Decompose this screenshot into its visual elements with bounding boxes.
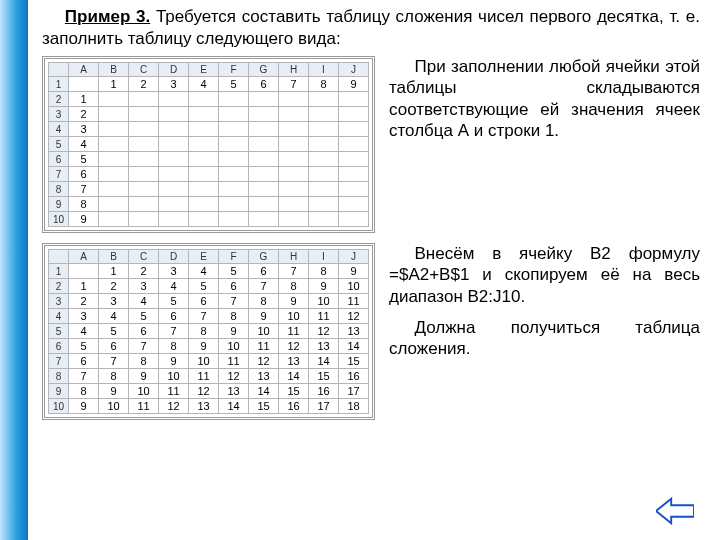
cell [159, 152, 189, 167]
cell: 6 [69, 354, 99, 369]
cell: 7 [69, 182, 99, 197]
cell [129, 92, 159, 107]
cell [159, 167, 189, 182]
cell [339, 137, 369, 152]
cell [309, 92, 339, 107]
svg-marker-0 [656, 499, 694, 524]
spreadsheet-filled: ABCDEFGHIJ112345678921234567891032345678… [42, 243, 375, 420]
row-header: 8 [49, 182, 69, 197]
column-header: J [339, 63, 369, 77]
cell: 11 [129, 399, 159, 414]
cell [219, 152, 249, 167]
cell: 5 [219, 77, 249, 92]
cell [249, 167, 279, 182]
cell: 1 [99, 264, 129, 279]
row-header: 3 [49, 294, 69, 309]
cell: 5 [219, 264, 249, 279]
cell: 5 [69, 152, 99, 167]
cell: 14 [219, 399, 249, 414]
cell [219, 122, 249, 137]
cell: 13 [219, 384, 249, 399]
column-header: D [159, 250, 189, 264]
cell: 10 [339, 279, 369, 294]
cell: 10 [279, 309, 309, 324]
cell: 11 [189, 369, 219, 384]
cell [129, 167, 159, 182]
column-header: I [309, 63, 339, 77]
column-header: B [99, 250, 129, 264]
cell: 7 [129, 339, 159, 354]
cell [249, 197, 279, 212]
cell: 7 [279, 264, 309, 279]
cell: 11 [279, 324, 309, 339]
cell: 8 [309, 77, 339, 92]
cell: 9 [99, 384, 129, 399]
column-header: B [99, 63, 129, 77]
cell: 1 [69, 279, 99, 294]
row-header: 4 [49, 309, 69, 324]
cell: 4 [99, 309, 129, 324]
cell: 3 [159, 264, 189, 279]
cell [279, 122, 309, 137]
cell [159, 107, 189, 122]
cell [189, 152, 219, 167]
cell [249, 212, 279, 227]
cell: 8 [69, 384, 99, 399]
cell: 15 [339, 354, 369, 369]
cell: 7 [69, 369, 99, 384]
cell: 8 [219, 309, 249, 324]
cell [129, 212, 159, 227]
cell: 12 [249, 354, 279, 369]
row-header: 6 [49, 152, 69, 167]
row-header: 7 [49, 167, 69, 182]
cell: 2 [69, 294, 99, 309]
cell: 8 [69, 197, 99, 212]
row-header: 1 [49, 264, 69, 279]
cell: 6 [69, 167, 99, 182]
cell: 13 [309, 339, 339, 354]
cell: 14 [339, 339, 369, 354]
cell: 12 [309, 324, 339, 339]
cell [99, 182, 129, 197]
cell: 16 [339, 369, 369, 384]
cell: 4 [69, 324, 99, 339]
cell: 4 [69, 137, 99, 152]
cell [249, 92, 279, 107]
cell [129, 137, 159, 152]
cell: 3 [99, 294, 129, 309]
example-label: Пример 3. [65, 7, 150, 26]
cell [189, 92, 219, 107]
cell: 8 [249, 294, 279, 309]
cell [99, 137, 129, 152]
row-header: 2 [49, 92, 69, 107]
cell [159, 122, 189, 137]
cell: 3 [159, 77, 189, 92]
cell: 9 [69, 212, 99, 227]
cell [339, 197, 369, 212]
cell: 10 [129, 384, 159, 399]
cell [279, 137, 309, 152]
column-header: F [219, 250, 249, 264]
cell: 9 [69, 399, 99, 414]
cell: 7 [189, 309, 219, 324]
cell [99, 122, 129, 137]
cell [219, 167, 249, 182]
row-header: 7 [49, 354, 69, 369]
cell [99, 92, 129, 107]
cell [309, 107, 339, 122]
cell [249, 152, 279, 167]
column-header: A [69, 250, 99, 264]
cell: 9 [249, 309, 279, 324]
cell [219, 107, 249, 122]
column-header: H [279, 63, 309, 77]
cell: 9 [339, 77, 369, 92]
cell: 10 [159, 369, 189, 384]
cell [279, 197, 309, 212]
column-header: E [189, 63, 219, 77]
row-header: 4 [49, 122, 69, 137]
prev-arrow-button[interactable] [656, 496, 694, 526]
cell: 7 [249, 279, 279, 294]
cell [159, 212, 189, 227]
cell: 3 [69, 309, 99, 324]
cell [279, 212, 309, 227]
